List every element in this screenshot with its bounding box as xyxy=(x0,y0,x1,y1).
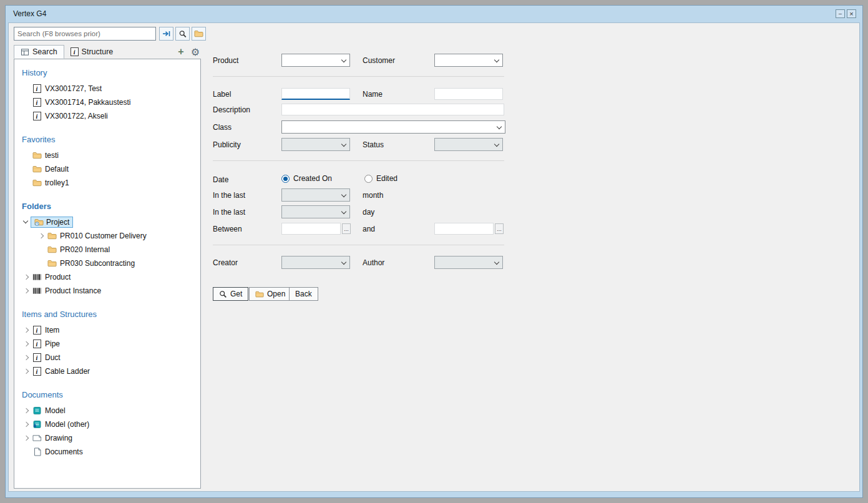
between-to-input[interactable] xyxy=(434,223,494,235)
history-item-label: VX3001722, Akseli xyxy=(45,112,108,120)
between-from-input[interactable] xyxy=(281,223,341,235)
chevron-right-icon[interactable] xyxy=(22,434,31,442)
add-tab-icon[interactable] xyxy=(176,47,186,57)
tree-item-product[interactable]: Product xyxy=(14,270,200,284)
edited-radio[interactable]: Edited xyxy=(364,174,397,183)
tree-item-pr020[interactable]: PR020 Internal xyxy=(14,243,200,256)
tab-bar: Search Structure xyxy=(14,44,201,59)
search-button[interactable] xyxy=(175,27,190,41)
gear-icon[interactable] xyxy=(190,46,201,57)
magnifier-icon xyxy=(178,30,187,38)
publicity-label: Publicity xyxy=(213,140,241,149)
tab-search[interactable]: Search xyxy=(14,45,64,59)
tree-item-label: Model xyxy=(45,406,66,415)
close-icon[interactable] xyxy=(847,9,856,18)
description-label: Description xyxy=(213,105,250,114)
chevron-right-icon[interactable] xyxy=(22,406,31,415)
publicity-select[interactable] xyxy=(281,138,350,151)
label-input[interactable] xyxy=(281,88,350,100)
favorite-item[interactable]: Default xyxy=(14,162,200,176)
tree-item-model[interactable]: Model xyxy=(14,404,200,418)
favorite-item[interactable]: testi xyxy=(14,149,200,162)
chevron-right-icon[interactable] xyxy=(37,232,46,240)
folder-icon xyxy=(31,178,43,187)
tree-item-documents[interactable]: Documents xyxy=(14,445,200,459)
name-input[interactable] xyxy=(434,88,503,100)
folder-icon xyxy=(46,245,58,254)
chevron-right-icon[interactable] xyxy=(22,420,31,429)
between-from-browse-button[interactable]: ... xyxy=(342,223,351,234)
sidebar-panel: History VX3001727, Test VX3001714, Pakka… xyxy=(14,59,201,489)
minimize-icon[interactable] xyxy=(836,9,845,18)
sidebar-section-history: History VX3001727, Test VX3001714, Pakka… xyxy=(14,68,200,123)
app-window: Vertex G4 xyxy=(5,5,863,498)
chevron-down-icon xyxy=(341,57,346,62)
history-item[interactable]: VX3001714, Pakkaustesti xyxy=(14,95,200,109)
model-download-icon xyxy=(31,420,43,429)
get-button[interactable]: Get xyxy=(213,287,248,301)
favorite-item[interactable]: trolley1 xyxy=(14,176,200,190)
tree-item-duct[interactable]: Duct xyxy=(14,351,200,364)
history-item[interactable]: VX3001727, Test xyxy=(14,82,200,95)
chevron-down-icon[interactable] xyxy=(22,218,31,227)
tree-item-pipe[interactable]: Pipe xyxy=(14,337,200,351)
open-button-label: Open xyxy=(267,290,285,298)
titlebar[interactable]: Vertex G4 xyxy=(6,6,862,22)
back-button[interactable]: Back xyxy=(289,287,318,301)
chevron-right-icon[interactable] xyxy=(22,273,31,281)
description-input[interactable] xyxy=(281,104,504,115)
class-select[interactable] xyxy=(281,120,505,134)
window-title: Vertex G4 xyxy=(13,9,46,18)
history-item[interactable]: VX3001722, Akseli xyxy=(14,109,200,123)
radio-unselected-icon xyxy=(364,175,373,183)
tree-item-label: Product xyxy=(45,273,71,281)
barcode-icon xyxy=(31,286,43,295)
tab-structure[interactable]: Structure xyxy=(64,45,120,59)
folder-icon xyxy=(31,151,43,160)
tree-item-project[interactable]: Project xyxy=(14,215,200,229)
tab-search-label: Search xyxy=(32,47,57,56)
tree-item-pr030[interactable]: PR030 Subcontracting xyxy=(14,256,200,270)
chevron-down-icon xyxy=(494,260,499,265)
tab-tools xyxy=(176,46,201,59)
chevron-right-icon[interactable] xyxy=(22,353,31,362)
tree-item-label: Product Instance xyxy=(45,286,101,295)
tree-item-item[interactable]: Item xyxy=(14,323,200,337)
product-select[interactable] xyxy=(281,54,350,67)
creator-select[interactable] xyxy=(281,256,350,269)
customer-select[interactable] xyxy=(434,54,503,67)
chevron-right-icon[interactable] xyxy=(22,339,31,348)
author-label: Author xyxy=(363,258,384,267)
tree-item-label: Pipe xyxy=(45,339,60,348)
tree-item-drawing[interactable]: Drawing xyxy=(14,431,200,445)
chevron-right-icon[interactable] xyxy=(22,326,31,335)
tree-item-product-instance[interactable]: Product Instance xyxy=(14,284,200,298)
form-grid-icon xyxy=(21,48,29,56)
tree-item-cable-ladder[interactable]: Cable Ladder xyxy=(14,364,200,378)
go-button[interactable] xyxy=(159,27,173,41)
between-to-browse-button[interactable]: ... xyxy=(495,223,504,234)
chevron-down-icon xyxy=(341,192,346,197)
tree-item-pr010[interactable]: PR010 Customer Delivery xyxy=(14,229,200,243)
search-input[interactable] xyxy=(14,27,156,41)
separator xyxy=(213,76,504,77)
in-last-day-select[interactable] xyxy=(281,205,350,218)
chevron-right-icon[interactable] xyxy=(22,286,31,295)
chevron-right-icon[interactable] xyxy=(22,367,31,376)
created-on-radio[interactable]: Created On xyxy=(281,174,332,183)
selected-tree-item: Project xyxy=(31,217,73,228)
created-on-label: Created On xyxy=(293,174,332,183)
open-button[interactable]: Open xyxy=(249,287,291,301)
in-last-month-select[interactable] xyxy=(281,188,350,202)
favorite-item-label: testi xyxy=(45,151,59,160)
section-title-items: Items and Structures xyxy=(22,310,200,319)
tree-item-model-other[interactable]: Model (other) xyxy=(14,418,200,431)
and-label: and xyxy=(363,225,375,233)
model-icon xyxy=(31,406,43,415)
info-icon xyxy=(31,326,43,335)
chevron-down-icon xyxy=(341,142,346,147)
info-icon xyxy=(31,339,43,348)
status-select[interactable] xyxy=(434,138,503,151)
sidebar-section-documents: Documents Model Model (other) D xyxy=(14,390,200,459)
author-select[interactable] xyxy=(434,256,503,269)
